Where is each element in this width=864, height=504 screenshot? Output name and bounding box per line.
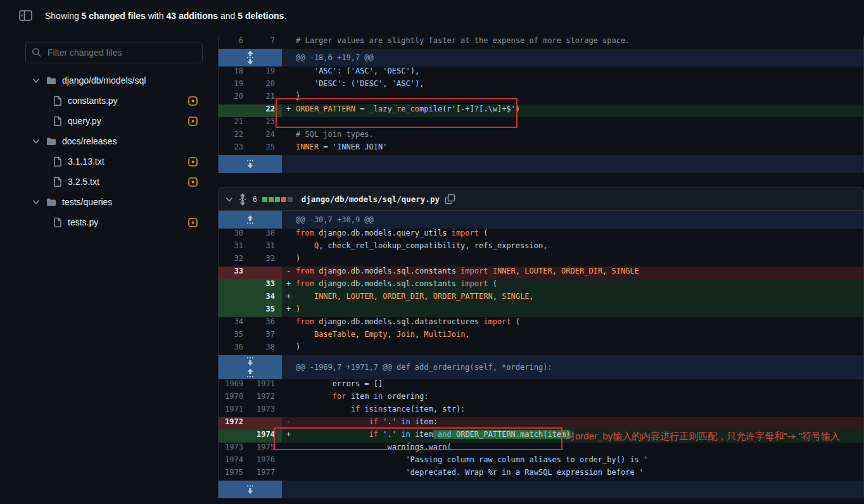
code-text xyxy=(282,117,863,130)
old-line-number[interactable] xyxy=(219,104,250,117)
new-line-number[interactable]: 35 xyxy=(250,305,282,317)
fold-down-icon xyxy=(246,484,254,495)
new-line-number[interactable]: 1971 xyxy=(250,379,282,392)
old-line-number[interactable]: 1969 xyxy=(219,379,250,392)
old-line-number[interactable]: 33 xyxy=(219,267,250,279)
code-token xyxy=(296,455,405,464)
sidebar-file-constants.py[interactable]: constants.py xyxy=(25,91,203,111)
old-line-number[interactable]: 1971 xyxy=(219,405,250,417)
old-line-number[interactable]: 18 xyxy=(219,66,250,79)
old-line-number[interactable]: 1975 xyxy=(219,468,250,481)
new-line-number[interactable]: 1976 xyxy=(250,455,282,468)
new-line-number[interactable]: 31 xyxy=(250,241,282,254)
code-token: , xyxy=(493,292,502,301)
modified-badge-icon xyxy=(188,96,198,106)
old-line-number[interactable]: 1973 xyxy=(219,443,250,455)
new-line-number[interactable]: 21 xyxy=(250,92,282,104)
diff-line: 2021} xyxy=(219,92,863,104)
new-line-number[interactable] xyxy=(250,267,282,279)
filter-changed-files-input[interactable] xyxy=(25,42,203,63)
expand-hunk-button[interactable] xyxy=(219,355,282,379)
new-line-number[interactable]: 22 xyxy=(250,104,282,117)
new-line-number[interactable]: 34 xyxy=(250,292,282,305)
new-line-number[interactable]: 7 xyxy=(250,36,282,49)
new-line-number[interactable] xyxy=(250,417,282,430)
new-line-number[interactable]: 1977 xyxy=(250,468,282,481)
old-line-number[interactable] xyxy=(219,279,250,292)
folder-icon xyxy=(46,137,56,146)
new-line-number[interactable]: 30 xyxy=(250,229,282,241)
old-line-number[interactable]: 1972 xyxy=(219,417,250,430)
old-line-number[interactable]: 21 xyxy=(219,117,250,130)
old-line-number[interactable] xyxy=(219,292,250,305)
unfold-icon[interactable] xyxy=(239,192,246,206)
diff-line: 2224# SQL join types. xyxy=(219,130,863,142)
new-line-number[interactable]: 1972 xyxy=(250,392,282,405)
old-line-number[interactable]: 23 xyxy=(219,142,250,155)
old-line-number[interactable]: 20 xyxy=(219,92,250,104)
code-token: warnings. xyxy=(296,443,429,451)
expand-hunk-button[interactable] xyxy=(219,155,282,173)
new-line-number[interactable]: 37 xyxy=(250,330,282,343)
old-line-number[interactable]: 30 xyxy=(219,229,250,241)
new-line-number[interactable]: 38 xyxy=(250,343,282,355)
code-token: , check_rel_lookup_compatibility, refs_e… xyxy=(319,241,547,250)
code-token: ), xyxy=(410,66,419,75)
diffstat-square-addition xyxy=(269,197,274,202)
expand-hunk-button[interactable] xyxy=(219,49,282,66)
copy-icon[interactable] xyxy=(445,194,455,205)
new-line-number[interactable]: 1974 xyxy=(250,430,282,443)
old-line-number[interactable]: 6 xyxy=(219,36,250,49)
code-token: '.' xyxy=(383,417,397,426)
sidebar-file-3.2.5.txt[interactable]: 3.2.5.txt xyxy=(25,172,203,192)
folder-label: tests/queries xyxy=(62,197,112,207)
hunk-range-text: @@ -1969,7 +1971,7 @@ def add_ordering(s… xyxy=(282,355,863,379)
new-line-number[interactable]: 1975 xyxy=(250,443,282,455)
diff-line: 1920 'DESC': ('DESC', 'ASC'), xyxy=(219,79,863,92)
chevron-down-icon[interactable] xyxy=(225,195,234,204)
old-line-number[interactable]: 31 xyxy=(219,241,250,254)
new-line-number[interactable]: 36 xyxy=(250,317,282,330)
sidebar-folder-docs/releases[interactable]: docs/releases xyxy=(25,131,203,151)
new-line-number[interactable]: 20 xyxy=(250,79,282,92)
old-line-number[interactable]: 1974 xyxy=(219,455,250,468)
new-line-number[interactable]: 1973 xyxy=(250,405,282,417)
file-icon xyxy=(53,156,62,167)
new-line-number[interactable]: 25 xyxy=(250,142,282,155)
old-line-number[interactable]: 19 xyxy=(219,79,250,92)
old-line-number[interactable]: 34 xyxy=(219,317,250,330)
sidebar-folder-django/db/models/sql[interactable]: django/db/models/sql xyxy=(25,70,203,91)
expand-hunk-button[interactable] xyxy=(219,211,282,229)
old-line-number[interactable]: 22 xyxy=(219,130,250,142)
old-line-number[interactable]: 1970 xyxy=(219,392,250,405)
diff-line: 34+ INNER, LOUTER, ORDER_DIR, ORDER_PATT… xyxy=(219,292,863,305)
old-line-number[interactable]: 35 xyxy=(219,330,250,343)
modified-badge-icon xyxy=(188,117,198,126)
code-token: ORDER_DIR xyxy=(561,267,602,275)
diff-line: 19751977 'deprecated. Wrap %r in a RawSQ… xyxy=(219,468,863,481)
sidebar-file-query.py[interactable]: query.py xyxy=(25,111,203,131)
sidebar-toggle-icon[interactable] xyxy=(19,10,32,21)
code-text: # SQL join types. xyxy=(282,130,863,142)
new-line-number[interactable]: 32 xyxy=(250,254,282,267)
code-token: isinstance xyxy=(364,405,410,413)
code-token: in xyxy=(401,430,410,439)
code-token: SINGLE xyxy=(502,292,529,301)
code-token: ORDER_PATTERN xyxy=(296,104,355,113)
old-line-number[interactable]: 36 xyxy=(219,343,250,355)
new-line-number[interactable]: 33 xyxy=(250,279,282,292)
new-line-number[interactable]: 24 xyxy=(250,130,282,142)
new-line-number[interactable]: 19 xyxy=(250,66,282,79)
expand-hunk-button[interactable] xyxy=(219,481,282,498)
old-line-number[interactable] xyxy=(219,430,250,443)
sidebar-file-3.1.13.txt[interactable]: 3.1.13.txt xyxy=(25,151,203,172)
sidebar-file-tests.py[interactable]: tests.py xyxy=(25,212,203,232)
sidebar-folder-tests/queries[interactable]: tests/queries xyxy=(25,192,203,212)
code-token: , xyxy=(516,267,524,275)
code-token: , xyxy=(374,292,383,301)
code-token: item xyxy=(346,392,373,401)
new-line-number[interactable]: 23 xyxy=(250,117,282,130)
old-line-number[interactable]: 32 xyxy=(219,254,250,267)
old-line-number[interactable] xyxy=(219,305,250,317)
expand-footer-row xyxy=(219,481,863,498)
